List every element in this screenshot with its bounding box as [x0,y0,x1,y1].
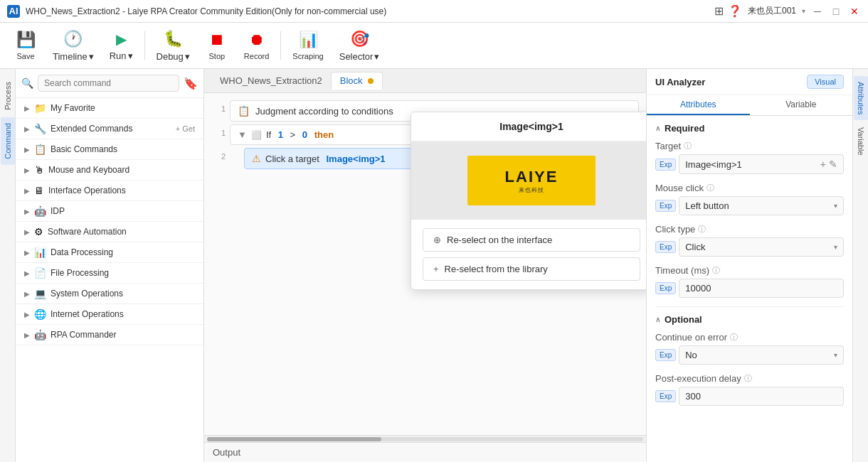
user-name[interactable]: 来也员工001 [748,5,796,17]
sidebar-item-mouse-keyboard[interactable]: ▶ 🖱 Mouse and Keyboard [16,160,203,181]
collapse-icon[interactable]: ▼ [238,129,247,140]
stop-button[interactable]: ⏹ Stop [199,28,235,63]
software-icon: ⚙ [34,226,43,237]
internet-icon: 🌐 [34,308,46,320]
sidebar-item-label: File Processing [51,268,195,278]
timeout-label: Timeout (ms) ⓘ [655,265,844,276]
output-bar: Output [204,442,646,462]
user-dropdown-icon[interactable]: ▾ [802,7,805,15]
scraping-button[interactable]: 📊 Scraping [285,28,330,63]
reselect-interface-button[interactable]: ⊕ Re-select on the interface [423,228,640,252]
sidebar-item-label: IDP [51,206,195,216]
side-tab-command[interactable]: Command [1,117,15,165]
sidebar-item-label: Basic Commands [51,144,195,154]
sidebar-item-extended-commands[interactable]: ▶ 🔧 Extended Commands + Get [16,119,203,139]
get-label[interactable]: + Get [176,124,195,133]
click-type-help-icon[interactable]: ⓘ [698,224,706,235]
tab-variable[interactable]: Variable [750,95,853,115]
continue-on-error-select[interactable]: No ▾ [679,345,844,365]
timeout-value-box[interactable]: 10000 [679,279,844,298]
required-arrow-icon: ∧ [655,124,660,132]
tab-who-news[interactable]: WHO_News_Extraction2 [211,72,331,89]
click-type-select[interactable]: Click ▾ [679,237,844,257]
sidebar-item-system-operations[interactable]: ▶ 💻 System Operations [16,284,203,304]
continue-on-error-help-icon[interactable]: ⓘ [730,332,738,343]
canvas-scrollbar[interactable] [204,435,646,442]
edit-icon[interactable]: ✎ [829,159,837,170]
click-type-exp-badge: Exp [655,241,676,253]
arrow-icon: ▶ [24,331,30,339]
minimize-button[interactable]: ─ [811,5,824,18]
side-tab-process[interactable]: Process [1,76,15,116]
title-bar-right: ⊞ ❓ 来也员工001 ▾ ─ □ ✕ [714,4,861,18]
sidebar-item-idp[interactable]: ▶ 🤖 IDP [16,201,203,222]
debug-button[interactable]: 🐛 Debug▾ [149,27,197,65]
required-section-header[interactable]: ∧ Required [655,123,844,134]
side-tabs: Process Command [0,69,16,462]
sidebar-item-file-processing[interactable]: ▶ 📄 File Processing [16,263,203,284]
search-input[interactable] [38,75,179,92]
help-icon[interactable]: ❓ [728,4,742,18]
sidebar-item-interface-operations[interactable]: ▶ 🖥 Interface Operations [16,181,203,201]
command-panel: 🔍 🔖 ▶ 📁 My Favorite ▶ 🔧 Extended Command… [16,69,204,462]
timeline-button[interactable]: 🕐 Timeline▾ [46,27,101,65]
optional-label: Optional [665,314,702,325]
mouse-click-field: Mouse click ⓘ Exp Left button ▾ [655,183,844,215]
mouse-click-label: Mouse click ⓘ [655,183,844,193]
run-button[interactable]: ▶ Run▾ [102,28,140,64]
if-icon: ⬜ [251,130,262,140]
mouse-click-help-icon[interactable]: ⓘ [706,183,714,193]
arrow-icon: ▶ [24,290,30,298]
sidebar-item-data-processing[interactable]: ▶ 📊 Data Processing [16,242,203,263]
save-button[interactable]: 💾 Save [7,28,44,63]
optional-section-header[interactable]: ∧ Optional [655,314,844,325]
click-type-dropdown-icon: ▾ [834,243,837,251]
reselect-library-label: Re-select from the library [445,264,548,274]
click-target: Image<img>1 [326,154,385,164]
timeout-help-icon[interactable]: ⓘ [712,265,720,276]
tab-attributes[interactable]: Attributes [647,95,750,115]
selector-button[interactable]: 🎯 Selector▾ [332,27,387,65]
target-value-box[interactable]: Image<img>1 + ✎ [679,154,844,174]
bookmark-icon[interactable]: 🔖 [184,77,198,90]
sidebar-item-my-favorite[interactable]: ▶ 📁 My Favorite [16,98,203,119]
image-popup: Image<img>1 LAIYE 来也科技 ⊕ Re-select on th… [411,112,646,290]
sidebar-item-label: My Favorite [51,103,195,113]
if-then: then [312,129,334,140]
scraping-icon: 📊 [299,31,318,49]
post-execution-delay-field: Post-execution delay ⓘ Exp 300 [655,373,844,406]
post-execution-delay-value-box[interactable]: 300 [679,387,844,406]
rpa-icon: 🤖 [34,329,46,340]
close-button[interactable]: ✕ [848,5,861,18]
grid-icon[interactable]: ⊞ [714,4,724,18]
run-icon: ▶ [116,31,127,48]
tab-block[interactable]: Block [331,72,383,90]
if-val2: 0 [302,129,307,140]
add-icon[interactable]: + [820,159,826,170]
mouse-click-select[interactable]: Left button ▾ [679,196,844,215]
arrow-icon: ▶ [24,104,30,112]
reselect-library-button[interactable]: + Re-select from the library [423,257,640,281]
sidebar-item-label: Software Automation [48,227,195,237]
vtab-attributes[interactable]: Attributes [854,76,868,120]
click-type-value: Click [685,242,705,252]
continue-on-error-label: Continue on error ⓘ [655,332,844,343]
post-execution-delay-help-icon[interactable]: ⓘ [744,373,752,384]
stop-label: Stop [209,52,226,60]
visual-button[interactable]: Visual [807,75,844,89]
sidebar-item-basic-commands[interactable]: ▶ 📋 Basic Commands [16,139,203,160]
scrollbar-track[interactable] [207,437,643,441]
target-help-icon[interactable]: ⓘ [684,141,692,151]
arrow-icon: ▶ [24,249,30,257]
sidebar-item-rpa-commander[interactable]: ▶ 🤖 RPA Commander [16,325,203,345]
record-button[interactable]: ⏺ Record [237,28,276,63]
sidebar-item-internet-operations[interactable]: ▶ 🌐 Internet Operations [16,304,203,325]
vtab-variable[interactable]: Variable [854,122,868,161]
mouse-click-value: Left button [685,200,729,211]
continue-on-error-exp-badge: Exp [655,349,676,361]
judgment-icon: 📋 [238,105,250,117]
maximize-button[interactable]: □ [830,5,842,18]
continue-on-error-input-row: Exp No ▾ [655,345,844,365]
timeout-input-row: Exp 10000 [655,279,844,298]
sidebar-item-software-automation[interactable]: ▶ ⚙ Software Automation [16,222,203,242]
